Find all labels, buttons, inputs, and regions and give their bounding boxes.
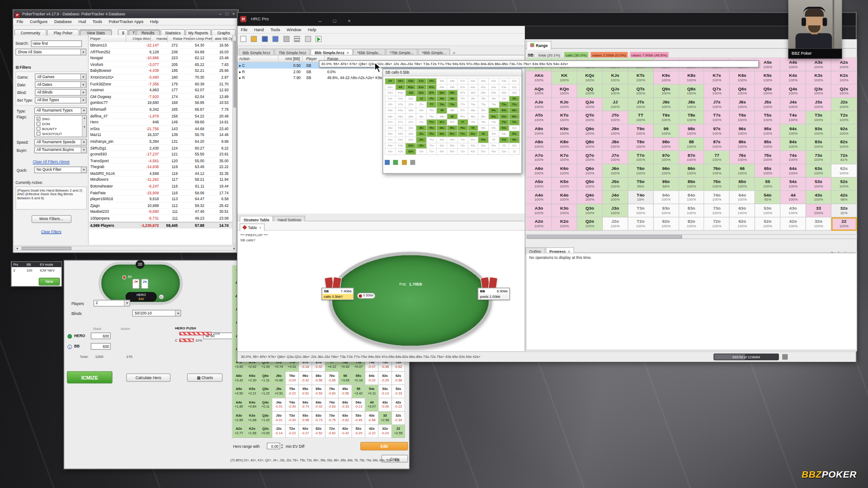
view-orange-icon[interactable] [402, 160, 407, 165]
mini-cell-98s[interactable]: 98s [448, 108, 458, 114]
mini-cell-92s[interactable]: 92s [509, 108, 520, 114]
range-cell-KTo[interactable]: KTo100% [552, 111, 577, 124]
icm-cell-K5o[interactable]: K5o+2.21 [246, 385, 259, 398]
mini-cell-97s[interactable]: 97s [458, 108, 468, 114]
player-row-SkRuDg1[interactable]: SkRuDg12,43012460.278.22 [89, 145, 232, 151]
mini-cell-T6s[interactable]: T6s [468, 102, 478, 108]
range-cell-53s[interactable]: 53s100% [806, 178, 831, 191]
range-cell-T5s[interactable]: T5s100% [755, 111, 781, 124]
range-cell-42s[interactable]: 42s98% [831, 191, 857, 204]
mini-cell-K8o[interactable]: K8o [396, 114, 406, 120]
quick-filter-select[interactable]: No Quick Filter [34, 167, 87, 174]
icm-cell-32s[interactable]: 32s-0.34 [392, 412, 405, 425]
range-cell-T4o[interactable]: T4o15% [628, 191, 653, 204]
mini-cell-K4o[interactable]: K4o [396, 137, 406, 143]
icm-cell-32o[interactable]: 32o-0.24 [379, 425, 392, 438]
column-header-0[interactable]: Player [89, 35, 127, 42]
range-cell-Q7s[interactable]: Q7s100% [704, 84, 730, 98]
mini-cell-QQ[interactable]: QQ [406, 90, 416, 96]
range-cell-Q2s[interactable]: Q2s100% [831, 84, 857, 98]
mini-cell-Q3o[interactable]: Q3o [406, 143, 416, 149]
icm-cell-22[interactable]: 22+2.55 [392, 425, 405, 438]
mini-cell-87o[interactable]: 87o [448, 120, 458, 126]
tab-overflow-icon[interactable]: » [453, 50, 455, 55]
range-cell-52s[interactable]: 52s100% [831, 178, 857, 191]
new-button[interactable]: New [39, 278, 60, 286]
range-cell-K6o[interactable]: K6o100% [552, 164, 577, 178]
icm-cell-J5o[interactable]: J5o+0.51 [272, 385, 285, 398]
icm-cell-Q5o[interactable]: Q5o+1.22 [259, 385, 272, 398]
mini-cell-64s[interactable]: 64s [489, 126, 499, 131]
range-cell-JTo[interactable]: JTo100% [603, 111, 628, 124]
range-cell-Q2o[interactable]: Q2o100% [577, 217, 603, 230]
call-range-popup[interactable]: SB calls 0.5bb AAAKsAQsAJsATsA9sA8sA7sA6… [382, 69, 522, 174]
mini-cell-63o[interactable]: 63o [468, 143, 478, 149]
mini-cell-75o[interactable]: 75o [458, 131, 468, 137]
range-cell-73o[interactable]: 73o100% [704, 204, 730, 217]
icm-cell-72o[interactable]: 72o-0.62 [326, 425, 339, 438]
player-row-BabyBowser[interactable]: BabyBowser-4,43919552.2125.66 [89, 68, 232, 74]
mini-cell-76s[interactable]: 76s [468, 120, 478, 126]
range-cell-33[interactable]: 33100% [806, 204, 831, 217]
menu-database[interactable]: Database [51, 18, 75, 25]
mini-cell-T9o[interactable]: T9o [427, 108, 437, 114]
menu-window[interactable]: Window [283, 26, 305, 33]
range-cell-62o[interactable]: 62o100% [730, 217, 755, 230]
range-cell-J6o[interactable]: J6o100% [603, 164, 628, 178]
flags-listbox[interactable]: ✓SNGDONBOUNTYSHOOTOUT ▲▼ [34, 115, 87, 137]
mini-cell-A8s[interactable]: A8s [448, 79, 458, 84]
mini-cell-JJ[interactable]: JJ [416, 96, 427, 102]
popup-toolbar[interactable] [383, 156, 521, 167]
icm-cell-43o[interactable]: 43o-0.58 [365, 412, 378, 425]
mini-cell-Q3s[interactable]: Q3s [499, 90, 509, 96]
edit-button[interactable]: Edit [360, 442, 408, 450]
checkbox-sng[interactable]: ✓ [37, 117, 41, 121]
range-cell-87o[interactable]: 87o100% [679, 151, 704, 164]
range-cell-J8s[interactable]: J8s100% [679, 98, 704, 111]
range-cell-K6s[interactable]: K6s100% [730, 71, 755, 84]
window-controls[interactable]: –□× [217, 10, 237, 18]
mini-cell-22[interactable]: 22 [509, 149, 520, 155]
mini-cell-53o[interactable]: 53o [478, 143, 489, 149]
doc-tab-7bbSimple[interactable]: *7bb Simple... [386, 49, 418, 56]
icm-cell-T2o[interactable]: T2o-0.22 [286, 425, 299, 438]
range-cell-98o[interactable]: 98o100% [654, 138, 679, 151]
mini-cell-83o[interactable]: 83o [448, 143, 458, 149]
range-cell-JTs[interactable]: JTs100% [628, 98, 653, 111]
player-row-Botonaheater[interactable]: Botonaheater-6,24711661.1119.44 [89, 183, 232, 189]
player-row-Mindlovers[interactable]: Mindlovers-11,26211758.2111.94 [89, 177, 232, 183]
mini-cell-A9s[interactable]: A9s [437, 79, 448, 84]
mini-cell-T5o[interactable]: T5o [427, 131, 437, 137]
range-cell-53o[interactable]: 53o100% [755, 204, 781, 217]
range-cell-96s[interactable]: 96s100% [730, 125, 755, 138]
range-cell-96o[interactable]: 96o100% [654, 164, 679, 178]
mini-cell-A3o[interactable]: A3o [385, 143, 396, 149]
icm-cell-Q3o[interactable]: Q3o+1.02 [259, 412, 272, 425]
range-cell-86s[interactable]: 86s100% [730, 138, 755, 151]
action-column-1[interactable]: Amt [BB] [278, 56, 303, 62]
mini-cell-99[interactable]: 99 [437, 108, 448, 114]
range-cell-K4o[interactable]: K4o100% [552, 191, 577, 204]
range-cell-52o[interactable]: 52o100% [755, 217, 781, 230]
range-cell-92o[interactable]: 92o100% [654, 217, 679, 230]
hrc-titlebar[interactable]: H HRC Pro – □ × [237, 13, 856, 26]
mini-cell-QTo[interactable]: QTo [406, 102, 416, 108]
range-cell-A8o[interactable]: A8o100% [526, 138, 552, 151]
range-cell-97o[interactable]: 97o100% [654, 151, 679, 164]
mini-cell-J2o[interactable]: J2o [416, 149, 427, 155]
mini-cell-A7s[interactable]: A7s [458, 79, 468, 84]
range-cell-A5s[interactable]: A5s100% [755, 58, 781, 71]
mini-cell-84o[interactable]: 84o [448, 137, 458, 143]
mini-cell-ATo[interactable]: ATo [385, 102, 396, 108]
range-cell-Q9o[interactable]: Q9o100% [577, 125, 603, 138]
column-header-5[interactable]: aise SB Op [212, 35, 232, 42]
mini-cell-52o[interactable]: 52o [478, 149, 489, 155]
mini-cell-95s[interactable]: 95s [478, 108, 489, 114]
flag-row[interactable]: SHOOTOUT [35, 131, 82, 136]
icm-cell-64s[interactable]: 64s-0.02 [365, 372, 378, 385]
icm-cell-K4o[interactable]: K4o+0.84 [246, 399, 259, 412]
icm-cell-Q2o[interactable]: Q2o+0.92 [259, 425, 272, 438]
min-ev-input[interactable] [267, 443, 280, 450]
range-cell-K3o[interactable]: K3o100% [552, 204, 577, 217]
menu-file[interactable]: File [237, 26, 250, 33]
